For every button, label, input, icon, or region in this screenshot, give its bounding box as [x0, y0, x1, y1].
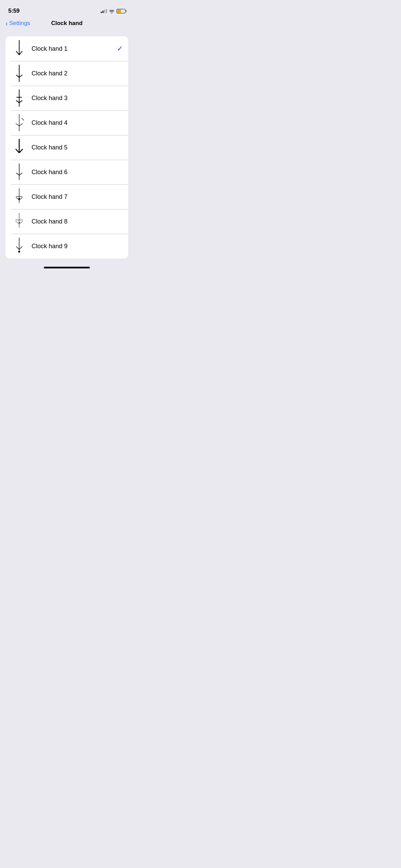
nav-bar: ‹ Settings Clock hand [0, 17, 134, 31]
item-label: Clock hand 2 [32, 70, 123, 77]
svg-line-15 [22, 118, 24, 120]
svg-line-9 [19, 100, 22, 103]
svg-line-22 [19, 173, 22, 175]
clock-hand-3-icon [11, 88, 27, 108]
back-button[interactable]: ‹ Settings [5, 20, 30, 27]
home-indicator [44, 267, 90, 268]
item-label: Clock hand 4 [32, 119, 123, 126]
back-chevron-icon: ‹ [5, 20, 8, 27]
svg-line-35 [16, 246, 19, 250]
svg-line-14 [19, 123, 23, 126]
list-item[interactable]: Clock hand 9 [5, 234, 128, 258]
list-item[interactable]: Clock hand 3 [5, 86, 128, 110]
svg-line-30 [15, 221, 19, 224]
list-item[interactable]: Clock hand 4 [5, 110, 128, 135]
svg-line-8 [16, 100, 19, 103]
svg-point-33 [19, 222, 20, 223]
clock-hand-8-icon [11, 212, 27, 231]
list-item[interactable]: Clock hand 6 [5, 160, 128, 184]
status-bar: 5:59 [0, 0, 134, 17]
page-title: Clock hand [51, 20, 83, 27]
svg-line-4 [16, 75, 19, 77]
svg-point-28 [19, 198, 20, 199]
item-label: Clock hand 9 [32, 243, 123, 250]
item-label: Clock hand 1 [32, 45, 117, 52]
item-label: Clock hand 7 [32, 193, 123, 201]
item-label: Clock hand 5 [32, 144, 123, 151]
item-label: Clock hand 8 [32, 218, 123, 225]
svg-line-5 [19, 75, 22, 77]
list-item[interactable]: Clock hand 1 ✓ [5, 36, 128, 61]
selected-checkmark: ✓ [117, 45, 123, 53]
clock-hand-6-icon [11, 162, 27, 182]
clock-hand-7-icon [11, 187, 27, 206]
clock-hand-4-icon [11, 113, 27, 132]
item-label: Clock hand 3 [32, 95, 123, 102]
list-item[interactable]: Clock hand 2 [5, 61, 128, 86]
clock-hand-9-icon [11, 237, 27, 256]
signal-icon [101, 9, 107, 13]
svg-line-19 [19, 149, 23, 153]
battery-icon [117, 9, 125, 13]
list-item[interactable]: Clock hand 8 [5, 209, 128, 234]
svg-line-2 [19, 51, 22, 55]
svg-line-18 [16, 149, 19, 153]
clock-hand-5-icon [11, 138, 27, 157]
clock-hand-1-icon [11, 39, 27, 58]
svg-line-21 [16, 173, 19, 175]
list-item[interactable]: Clock hand 7 [5, 184, 128, 209]
svg-line-36 [19, 246, 22, 250]
svg-line-13 [16, 123, 19, 126]
status-icons [101, 9, 125, 13]
svg-point-37 [18, 251, 20, 253]
clock-hand-2-icon [11, 64, 27, 83]
status-time: 5:59 [8, 8, 20, 14]
svg-line-1 [16, 51, 19, 55]
clock-hand-list: Clock hand 1 ✓ Clock hand 2 Clock hand [5, 36, 128, 258]
back-label: Settings [9, 20, 30, 27]
item-label: Clock hand 6 [32, 169, 123, 176]
svg-line-31 [19, 221, 23, 224]
wifi-icon [109, 9, 114, 13]
list-item[interactable]: Clock hand 5 [5, 135, 128, 160]
